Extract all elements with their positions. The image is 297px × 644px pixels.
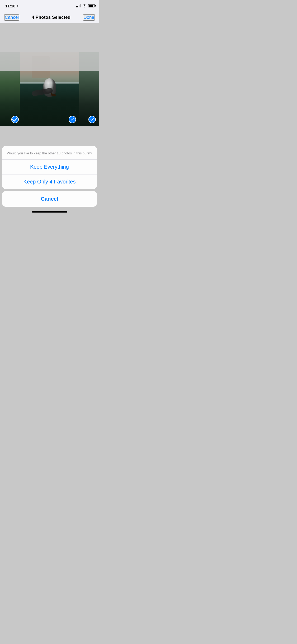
action-sheet-main: Would you like to keep the other 13 phot… (2, 146, 97, 189)
action-sheet-cancel-button[interactable]: Cancel (2, 191, 97, 207)
check-badge-main (69, 116, 76, 123)
home-indicator (32, 211, 67, 213)
check-badge-left (11, 116, 19, 123)
location-arrow-icon: ➤ (16, 4, 19, 8)
status-bar: 11:18 ➤ (0, 0, 99, 12)
status-time: 11:18 ➤ (5, 4, 19, 8)
battery-icon (88, 4, 95, 7)
photo-area (0, 23, 99, 126)
action-sheet-message: Would you like to keep the other 13 phot… (2, 146, 97, 160)
status-icons (76, 4, 95, 7)
cancel-button[interactable]: Cancel (4, 14, 19, 21)
nav-title: 4 Photos Selected (32, 15, 70, 20)
done-button[interactable]: Done (83, 14, 95, 21)
keep-everything-button[interactable]: Keep Everything (2, 160, 97, 174)
photo-dimmed-overlay (0, 23, 99, 71)
time-label: 11:18 (5, 4, 15, 8)
wifi-icon (82, 4, 87, 7)
keep-favorites-button[interactable]: Keep Only 4 Favorites (2, 174, 97, 189)
action-sheet-cancel-sheet: Cancel (2, 191, 97, 207)
nav-bar: Cancel 4 Photos Selected Done (0, 12, 99, 23)
check-badge-right (88, 116, 96, 123)
signal-icon (76, 4, 81, 7)
action-sheet-container: Would you like to keep the other 13 phot… (0, 146, 99, 215)
